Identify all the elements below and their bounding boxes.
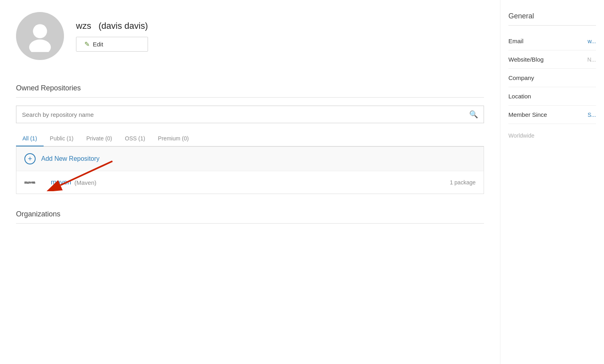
tab-public[interactable]: Public (1) <box>44 131 80 146</box>
search-icon: 🔍 <box>469 110 478 119</box>
add-repo-label: Add New Repository <box>41 155 100 162</box>
profile-username: wzs (davis davis) <box>76 21 148 31</box>
sidebar: General Email w... Website/Blog N... Com… <box>500 0 604 364</box>
worldwide-text: Worldwide <box>508 132 534 139</box>
sidebar-company-label: Company <box>508 74 534 81</box>
owned-repositories-section: Owned Repositories 🔍 All (1) Public (1) … <box>16 84 484 194</box>
sidebar-divider <box>508 25 596 26</box>
sidebar-location-row: Location <box>508 87 596 106</box>
repo-name[interactable]: maven <box>51 178 71 186</box>
maven-logo: maven <box>24 179 44 186</box>
avatar <box>16 12 64 60</box>
edit-label: Edit <box>93 41 103 48</box>
edit-button[interactable]: ✎ Edit <box>76 37 148 52</box>
svg-point-0 <box>33 24 47 38</box>
sidebar-location-label: Location <box>508 93 531 100</box>
profile-header: wzs (davis davis) ✎ Edit <box>16 12 484 72</box>
sidebar-membersince-value: S... <box>588 112 596 118</box>
sidebar-membersince-label: Member Since <box>508 111 547 118</box>
worldwide-section: Worldwide <box>508 132 596 139</box>
edit-icon: ✎ <box>84 40 90 48</box>
organizations-title: Organizations <box>16 210 484 218</box>
username-text: wzs <box>76 21 91 31</box>
svg-point-1 <box>29 40 51 52</box>
sidebar-email-value: w... <box>588 38 596 44</box>
profile-info: wzs (davis davis) ✎ Edit <box>76 21 148 52</box>
organizations-section: Organizations <box>16 210 484 224</box>
tab-premium[interactable]: Premium (0) <box>152 131 195 146</box>
repo-type: (Maven) <box>74 179 96 186</box>
organizations-divider <box>16 223 484 224</box>
tab-oss[interactable]: OSS (1) <box>118 131 152 146</box>
repo-packages: 1 package <box>450 179 476 186</box>
repos-section-title: Owned Repositories <box>16 84 484 92</box>
sidebar-membersince-row: Member Since S... <box>508 106 596 124</box>
sidebar-website-row: Website/Blog N... <box>508 50 596 69</box>
sidebar-email-label: Email <box>508 38 524 44</box>
search-input[interactable] <box>22 111 469 118</box>
sidebar-website-value: N... <box>587 56 596 63</box>
sidebar-website-label: Website/Blog <box>508 56 544 63</box>
repo-list: + Add New Repository <box>16 146 484 194</box>
search-box[interactable]: 🔍 <box>16 106 484 123</box>
repo-row: maven maven (Maven) 1 package <box>16 171 484 194</box>
add-repo-row[interactable]: + Add New Repository <box>16 147 484 171</box>
sidebar-title: General <box>508 12 596 20</box>
tab-private[interactable]: Private (0) <box>80 131 119 146</box>
repo-tabs: All (1) Public (1) Private (0) OSS (1) P… <box>16 131 484 146</box>
svg-text:maven: maven <box>24 180 36 184</box>
sidebar-company-row: Company <box>508 69 596 87</box>
repos-divider <box>16 97 484 98</box>
fullname-text: davis davis <box>102 21 145 31</box>
add-circle-icon: + <box>24 153 36 164</box>
sidebar-email-row: Email w... <box>508 32 596 50</box>
tab-all[interactable]: All (1) <box>16 131 44 146</box>
